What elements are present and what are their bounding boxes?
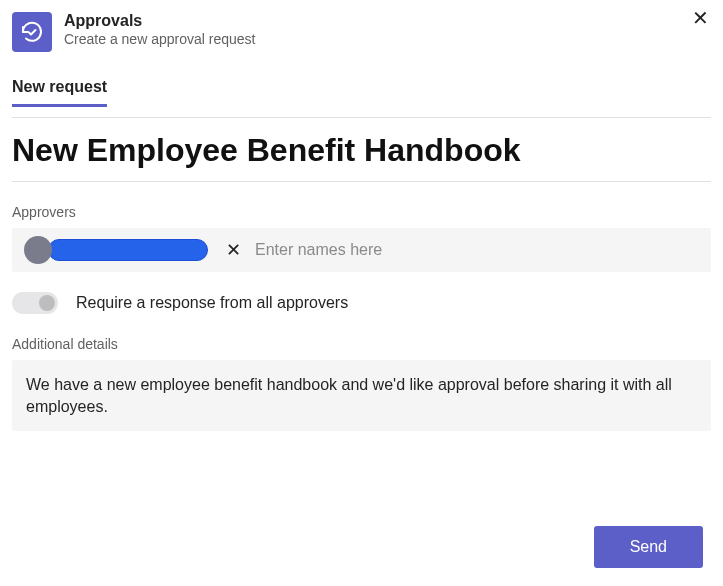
approvers-input[interactable] <box>249 237 699 263</box>
header-text: Approvals Create a new approval request <box>64 12 255 47</box>
tab-new-request[interactable]: New request <box>12 70 107 107</box>
approvers-field[interactable]: ✕ <box>12 228 711 272</box>
additional-details-label: Additional details <box>12 336 711 352</box>
footer: Send <box>594 526 703 568</box>
require-all-label: Require a response from all approvers <box>76 294 348 312</box>
approvers-label: Approvers <box>12 204 711 220</box>
approvals-app-icon <box>12 12 52 52</box>
send-button[interactable]: Send <box>594 526 703 568</box>
divider <box>12 181 711 182</box>
divider <box>12 117 711 118</box>
remove-approver-button[interactable]: ✕ <box>226 239 241 261</box>
require-all-toggle[interactable] <box>12 292 58 314</box>
tabs: New request <box>12 70 711 107</box>
refresh-check-icon <box>20 20 44 44</box>
require-all-row: Require a response from all approvers <box>12 292 711 314</box>
close-button[interactable]: ✕ <box>692 8 709 28</box>
app-title: Approvals <box>64 12 255 30</box>
page-title: New Employee Benefit Handbook <box>12 132 711 169</box>
dialog-header: Approvals Create a new approval request … <box>12 12 711 64</box>
avatar <box>24 236 52 264</box>
additional-details-textarea[interactable]: We have a new employee benefit handbook … <box>12 360 711 431</box>
app-subtitle: Create a new approval request <box>64 31 255 47</box>
approver-chip: ✕ <box>24 236 241 264</box>
toggle-knob <box>39 295 55 311</box>
approver-name-redacted <box>48 239 208 261</box>
